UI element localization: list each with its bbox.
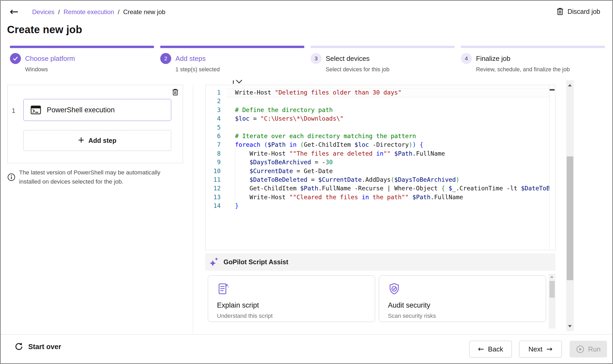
add-step-label: Add step	[88, 137, 116, 144]
line-number: 13	[205, 193, 226, 202]
step-sublabel: Windows	[25, 66, 154, 73]
line-number: 3	[205, 106, 226, 114]
step-select-devices[interactable]: 3 Select devices Select devices for this…	[311, 46, 455, 73]
code-area[interactable]: 1Write-Host "Deleting files older than 3…	[205, 85, 549, 250]
line-number: 8	[205, 149, 226, 158]
script-editor[interactable]: 1Write-Host "Deleting files older than 3…	[205, 85, 555, 250]
step-label: Add steps	[175, 55, 206, 63]
code-line[interactable]: 14}	[205, 202, 549, 210]
indent-guide	[235, 149, 235, 202]
arrow-left-icon: ←	[478, 345, 484, 353]
line-number: 7	[205, 140, 226, 149]
step-label: Finalize job	[476, 55, 511, 63]
main-scrollbar-thumb[interactable]	[567, 156, 573, 280]
discard-job-label: Discard job	[568, 8, 600, 15]
back-button[interactable]: ← Back	[469, 341, 512, 357]
code-line-text: # Iterate over each directory matching t…	[226, 132, 549, 140]
audit-security-card[interactable]: Audit security Scan security risks	[379, 275, 546, 322]
code-line-text	[226, 123, 549, 132]
breadcrumb-remote-execution[interactable]: Remote execution	[64, 8, 114, 16]
page-title: Create new job	[7, 24, 82, 36]
code-line[interactable]: 1Write-Host "Deleting files older than 3…	[205, 88, 549, 97]
step-label: Select devices	[326, 55, 370, 63]
play-circle-icon	[576, 345, 584, 353]
code-line[interactable]: 10 $CurrentDate = Get-Date	[205, 167, 549, 175]
info-text: The latest version of PowerShell may be …	[19, 168, 183, 186]
breadcrumb-devices[interactable]: Devices	[32, 8, 54, 16]
document-sparkle-icon	[217, 283, 230, 295]
scroll-up-arrow-icon[interactable]	[550, 276, 553, 278]
code-line[interactable]: 6# Iterate over each directory matching …	[205, 132, 549, 140]
code-line[interactable]: 8 Write-Host ""The files are deleted in"…	[205, 149, 549, 158]
card-subtitle: Scan security risks	[388, 313, 546, 319]
code-line[interactable]: 3# Define the directory path	[205, 106, 549, 114]
card-subtitle: Understand this script	[217, 313, 375, 319]
code-line[interactable]: 11 $DateToBeDeleted = $CurrentDate.AddDa…	[205, 175, 549, 184]
card-title: Explain script	[217, 301, 375, 309]
code-line[interactable]: 12 Get-ChildItem $Path.FullName -Recurse…	[205, 184, 549, 193]
code-line-text: foreach ($Path in (Get-ChildItem $loc -D…	[226, 140, 549, 149]
add-step-button[interactable]: + Add step	[23, 130, 171, 151]
line-number: 10	[205, 167, 226, 175]
card-title: Audit security	[388, 301, 546, 309]
step-finalize-job[interactable]: 4 Finalize job Review, schedule, and fin…	[461, 46, 605, 73]
code-line-text: $loc = "C:\Users\*\Downloads\"	[226, 114, 549, 123]
discard-job-button[interactable]: Discard job	[557, 8, 600, 15]
code-line-text: $DaysToBeArchived = -30	[226, 158, 549, 167]
powershell-info-note: The latest version of PowerShell may be …	[7, 168, 185, 186]
code-line-text: $CurrentDate = Get-Date	[226, 167, 549, 175]
trash-icon	[557, 8, 564, 15]
code-line-text: Get-ChildItem $Path.FullName -Recurse | …	[226, 184, 549, 193]
code-line[interactable]: 2	[205, 97, 549, 105]
next-button[interactable]: Next →	[519, 341, 562, 357]
code-line-text: Write-Host "Deleting files older than 30…	[226, 88, 549, 97]
gopilot-header: GoPilot Script Assist	[205, 253, 555, 271]
code-line[interactable]: 7foreach ($Path in (Get-ChildItem $loc -…	[205, 140, 549, 149]
code-line[interactable]: 5	[205, 123, 549, 132]
back-label: Back	[488, 345, 503, 353]
breadcrumb: Devices / Remote execution / Create new …	[32, 8, 165, 16]
refresh-icon	[14, 342, 23, 351]
back-arrow-icon[interactable]: ←	[10, 5, 19, 17]
step-progress-bar	[10, 46, 154, 48]
step-label: Choose platform	[25, 55, 75, 63]
step-sublabel: Select devices for this job	[326, 66, 455, 73]
main-scrollbar[interactable]	[566, 80, 574, 331]
step-card-label: PowerShell execution	[47, 106, 115, 114]
run-button-disabled[interactable]: Run	[570, 341, 607, 357]
info-icon	[7, 168, 15, 186]
line-number: 14	[205, 202, 226, 210]
delete-step-trash-icon[interactable]	[172, 89, 179, 96]
step-progress-bar	[160, 46, 304, 48]
line-number: 12	[205, 184, 226, 193]
breadcrumb-current: Create new job	[123, 8, 165, 16]
scroll-up-arrow-icon[interactable]	[568, 84, 572, 86]
step-add-steps[interactable]: 2 Add steps 1 step(s) selected	[160, 46, 304, 73]
start-over-button[interactable]: Start over	[14, 342, 61, 351]
code-line[interactable]: 9 $DaysToBeArchived = -30	[205, 158, 549, 167]
powershell-step-card[interactable]: PowerShell execution	[23, 99, 171, 121]
step-progress-bar	[461, 46, 605, 48]
line-number: 6	[205, 132, 226, 140]
line-number: 1	[205, 88, 226, 97]
scroll-down-arrow-icon[interactable]	[568, 325, 572, 327]
explain-script-card[interactable]: Explain script Understand this script	[208, 275, 375, 322]
code-line[interactable]: 13 Write-Host ""Cleared the files in the…	[205, 193, 549, 202]
code-line[interactable]: 4$loc = "C:\Users\*\Downloads\"	[205, 114, 549, 123]
vertical-divider	[193, 85, 193, 334]
gopilot-scrollbar[interactable]	[549, 274, 555, 328]
code-line-text: # Define the directory path	[226, 106, 549, 114]
step-circle-number: 4	[461, 53, 472, 64]
run-label: Run	[588, 345, 601, 353]
code-line-text: Write-Host ""The files are deleted in"" …	[226, 149, 549, 158]
shield-check-icon	[388, 283, 400, 295]
step-circle-completed	[10, 53, 21, 64]
step-choose-platform[interactable]: Choose platform Windows	[10, 46, 154, 73]
editor-scrollbar-thumb[interactable]	[549, 89, 555, 91]
code-line-text: Write-Host ""Cleared the files in the pa…	[226, 193, 549, 202]
step-circle-number: 3	[311, 53, 322, 64]
gopilot-scrollbar-thumb[interactable]	[549, 281, 555, 298]
gopilot-title: GoPilot Script Assist	[224, 258, 288, 266]
step-index-label: 1	[12, 107, 15, 114]
next-label: Next	[529, 345, 542, 353]
